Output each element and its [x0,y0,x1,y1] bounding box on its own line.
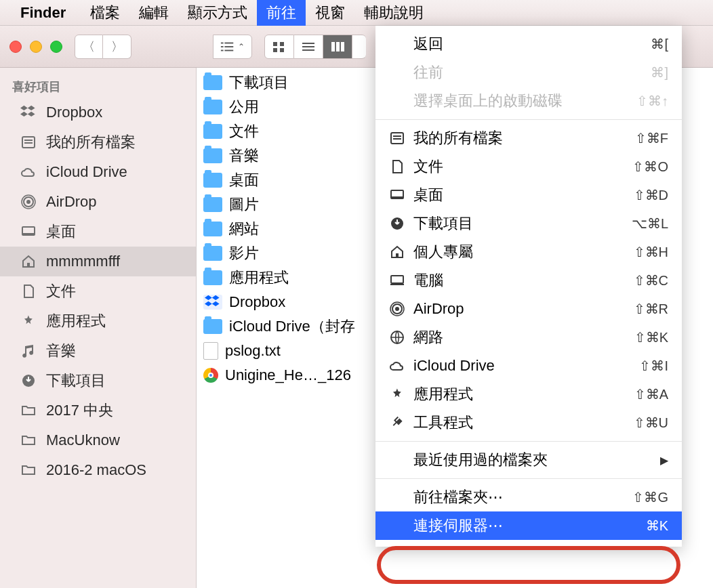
airdrop-icon [19,192,38,211]
svg-rect-34 [390,284,404,285]
svg-rect-4 [221,49,224,51]
chrome-icon [203,368,218,383]
file-label: iCloud Drive（封存 [229,316,355,337]
view-column-button[interactable] [323,35,352,59]
svg-rect-12 [302,49,314,51]
apps-icon [19,312,38,331]
sidebar-item-desktop[interactable]: 桌面 [0,217,196,247]
folder-icon [203,75,222,90]
file-label: 影片 [229,243,259,264]
allfiles-icon [388,130,407,146]
menu-item[interactable]: 個人專屬⇧⌘H [375,238,682,266]
menu-window[interactable]: 視窗 [306,0,354,26]
menu-item-shortcut: ⌥⌘L [632,215,668,232]
sidebar-item-label: MacUknow [46,432,120,449]
menu-item[interactable]: 我的所有檔案⇧⌘F [375,124,682,152]
menu-item-shortcut: ⌘] [651,64,668,81]
menu-item-shortcut: ⇧⌘D [634,187,668,203]
sidebar-item-music[interactable]: 音樂 [0,336,196,366]
file-label: 下載項目 [229,72,289,93]
sidebar-item-folder[interactable]: 2016-2 macOS [0,455,196,485]
sidebar-item-download[interactable]: 下載項目 [0,366,196,396]
sidebar-item-label: 我的所有檔案 [46,132,136,152]
view-icon-button[interactable] [264,35,294,59]
cloud-icon [19,163,38,182]
view-gallery-button[interactable] [352,35,366,59]
svg-rect-6 [273,42,277,46]
menu-item[interactable]: 網路⇧⌘K [375,323,682,352]
menubar: Finder 檔案 編輯 顯示方式 前往 視窗 輔助說明 [0,0,713,26]
sidebar-item-folder[interactable]: 2017 中央 [0,396,196,425]
menu-item-label: 電腦 [413,270,634,291]
menu-item-shortcut: ⇧⌘H [634,244,668,260]
sidebar-item-cloud[interactable]: iCloud Drive [0,157,196,187]
group-by-button[interactable]: ⌃ [213,35,252,59]
maximize-button[interactable] [50,41,62,53]
folder-icon [19,431,38,450]
folder-icon [203,246,222,261]
menu-item[interactable]: 工具程式⇧⌘U [375,408,682,437]
menu-item-shortcut: ⇧⌘A [634,386,668,402]
file-label: 桌面 [229,170,259,190]
view-list-button[interactable] [294,35,323,59]
close-button[interactable] [9,41,22,53]
menu-item[interactable]: 返回⌘[ [375,30,682,58]
home-icon [388,244,407,260]
menu-item-label: 文件 [413,156,632,177]
menu-item-shortcut: ⌘K [646,518,668,534]
menu-item[interactable]: 應用程式⇧⌘A [375,380,682,408]
svg-rect-28 [393,138,401,140]
menu-item-shortcut: ⇧⌘I [639,358,668,374]
svg-rect-32 [396,253,399,257]
menu-item[interactable]: AirDrop⇧⌘R [375,295,682,323]
download-icon [19,371,38,390]
svg-rect-23 [22,233,35,235]
menu-item-shortcut: ⇧⌘F [635,130,668,146]
sidebar-item-dropbox[interactable]: Dropbox [0,98,196,127]
menu-item[interactable]: 最近使用過的檔案夾▶ [375,446,682,474]
folder-icon [19,401,38,420]
svg-rect-24 [27,263,30,267]
sidebar-item-home[interactable]: mmmmmfff [0,247,196,276]
menu-item-shortcut: ⇧⌘↑ [636,93,668,109]
music-icon [19,341,38,360]
menu-item[interactable]: 桌面⇧⌘D [375,181,682,209]
folder-icon [203,124,222,139]
dropbox-folder-icon [203,295,222,310]
menu-item-shortcut: ⇧⌘G [632,489,668,505]
menu-file[interactable]: 檔案 [81,0,129,26]
menu-view[interactable]: 顯示方式 [178,0,257,26]
app-name[interactable]: Finder [20,4,66,22]
menu-item[interactable]: 連接伺服器⋯⌘K [375,511,682,540]
menu-item[interactable]: iCloud Drive⇧⌘I [375,352,682,380]
sidebar-item-allfiles[interactable]: 我的所有檔案 [0,127,196,157]
sidebar-item-label: 文件 [46,281,76,301]
menu-item[interactable]: 下載項目⌥⌘L [375,209,682,238]
sidebar-item-apps[interactable]: 應用程式 [0,306,196,336]
sidebar-item-label: Dropbox [46,104,102,121]
svg-rect-9 [280,48,284,52]
file-label: Dropbox [229,293,285,311]
menu-item[interactable]: 電腦⇧⌘C [375,266,682,295]
menu-edit[interactable]: 編輯 [129,0,178,26]
sidebar-item-doc[interactable]: 文件 [0,276,196,306]
folder-icon [19,461,38,480]
svg-rect-33 [391,276,403,283]
menu-item[interactable]: 文件⇧⌘O [375,152,682,181]
minimize-button[interactable] [30,41,42,53]
svg-rect-11 [302,46,314,47]
sidebar-item-folder[interactable]: MacUknow [0,425,196,455]
menu-item-shortcut: ⇧⌘R [634,301,668,317]
svg-rect-8 [273,48,277,52]
utils-icon [388,415,407,431]
menu-item-label: 選擇桌面上的啟動磁碟 [413,91,636,111]
menu-item: 選擇桌面上的啟動磁碟⇧⌘↑ [375,87,682,115]
menu-item[interactable]: 前往檔案夾⋯⇧⌘G [375,483,682,511]
forward-button[interactable]: 〉 [103,35,131,59]
folder-icon [203,222,222,236]
menu-help[interactable]: 輔助說明 [354,0,433,26]
menu-go[interactable]: 前往 [257,0,306,26]
sidebar-item-airdrop[interactable]: AirDrop [0,187,196,217]
back-button[interactable]: 〈 [75,35,103,59]
allfiles-icon [19,133,38,152]
